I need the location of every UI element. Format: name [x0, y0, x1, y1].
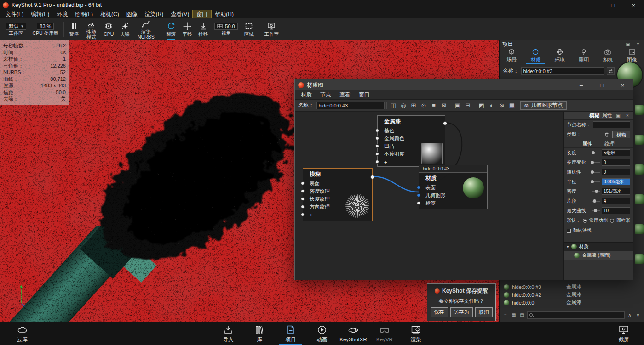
node-canvas[interactable]: 金属漆 基色 金属颜色 凹凸 不透明度 + 模糊 表面 密度纹理 长度纹理 方向… [295, 112, 564, 280]
material-thumbnail[interactable] [635, 105, 644, 115]
save-icon[interactable]: ◫ [389, 101, 398, 110]
tab-camera[interactable]: 相机 [596, 48, 620, 64]
slider[interactable] [592, 210, 600, 211]
material-thumbnail[interactable] [635, 224, 644, 234]
graph-menu-window[interactable]: 窗口 [355, 91, 374, 99]
dock-render-button[interactable]: 渲染 [400, 322, 431, 345]
material-list-item[interactable]: hide:0:0:0 #3 金属漆 [500, 283, 644, 291]
tab-environment[interactable]: 环境 [548, 48, 572, 64]
material-thumbnail[interactable] [635, 194, 644, 204]
dock-import-button[interactable]: 导入 [213, 322, 244, 345]
scroll-up-icon[interactable]: ∧ [627, 312, 633, 317]
output-port-dot[interactable] [443, 121, 447, 125]
graph-material-name-input[interactable] [316, 102, 385, 109]
cancel-button[interactable]: 取消 [475, 307, 493, 317]
param-input-selected[interactable] [602, 178, 630, 185]
node-name-input[interactable] [593, 121, 631, 128]
swap-material-button[interactable] [607, 67, 615, 75]
slider[interactable] [592, 172, 600, 173]
tab-textures[interactable]: 纹理 [604, 141, 615, 147]
maximize-button[interactable]: □ [603, 0, 623, 10]
output-port-dot[interactable] [370, 175, 374, 179]
performance-mode-button[interactable]: 性能模式 [82, 19, 100, 40]
param-input[interactable] [602, 198, 630, 204]
studio-button[interactable]: 工作室 [261, 19, 282, 40]
input-port-dot[interactable] [375, 129, 379, 132]
pin-icon[interactable]: ▣ [625, 42, 631, 47]
menu-environment[interactable]: 环境 [53, 10, 71, 18]
cpu-usage-selector[interactable]: 83 % CPU 使用量 [29, 19, 62, 40]
screenshot-button[interactable]: 截屏 [608, 322, 639, 345]
tumble-tool-button[interactable]: 翻滚 [163, 19, 179, 40]
tab-material[interactable]: 材质 [523, 48, 547, 64]
slider[interactable] [592, 153, 600, 153]
material-name-input[interactable] [521, 67, 605, 75]
radio-cylindrical[interactable] [610, 219, 614, 223]
port-metal-color[interactable]: 金属颜色 [378, 135, 445, 142]
menu-view[interactable]: 查看(V) [167, 10, 193, 18]
cpu-gpu-toggle-button[interactable]: CPU [100, 19, 117, 40]
input-port-dot[interactable] [301, 181, 305, 185]
graph-menu-node[interactable]: 节点 [316, 91, 335, 99]
workspace-selector[interactable]: 默认▾ 工作区 [3, 19, 29, 40]
close-button[interactable]: × [612, 80, 633, 90]
pause-button[interactable]: 暂停 [66, 19, 82, 40]
lock-icon[interactable]: ⊠ [439, 101, 449, 110]
detail-view-icon[interactable]: ▤ [519, 312, 525, 317]
tree-expand-icon[interactable]: ▾ [567, 244, 569, 249]
list-view-icon[interactable]: ≡ [502, 312, 509, 317]
material-thumbnail[interactable] [635, 254, 644, 264]
material-thumbnail[interactable] [635, 164, 644, 175]
port-label[interactable]: 标签 [419, 199, 487, 207]
focus-icon[interactable]: ⊙ [419, 101, 429, 110]
tree-item-metal-paint[interactable]: 金属漆 (表面) [564, 251, 633, 260]
region-render-button[interactable]: 区域 [241, 19, 257, 40]
render-nurbs-button[interactable]: 渲染NURBS [133, 19, 159, 40]
input-port-dot-connected[interactable] [417, 186, 420, 189]
delete-icon[interactable]: ⊟ [463, 101, 473, 110]
menu-help[interactable]: 帮助(H) [211, 10, 237, 18]
dock-animation-button[interactable]: 动画 [306, 322, 338, 345]
material-thumbnail[interactable] [635, 135, 644, 145]
material-list-item[interactable]: hide:0:0:0 #2 金属漆 [500, 291, 644, 299]
material-list-item[interactable]: hide:0:0:0 金属漆 [500, 299, 644, 306]
geometry-node-button[interactable]: ⊚ 几何图形节点 [520, 101, 567, 110]
param-input[interactable] [602, 207, 630, 214]
flag-icon[interactable]: ◩ [477, 101, 487, 110]
param-input[interactable] [602, 169, 630, 175]
pan-tool-button[interactable]: 平移 [179, 19, 195, 40]
menu-image[interactable]: 图像 [123, 10, 141, 18]
layout-icon[interactable]: ≡ [429, 101, 439, 110]
node-fuzz[interactable]: 模糊 表面 密度纹理 长度纹理 方向纹理 + [303, 168, 373, 221]
input-port-dot[interactable] [301, 213, 305, 216]
slider[interactable] [592, 191, 600, 192]
menu-lighting[interactable]: 照明(L) [71, 10, 97, 18]
param-input[interactable] [602, 159, 630, 166]
denoise-button[interactable]: 去噪 [117, 19, 133, 40]
pin-icon[interactable]: ▣ [615, 113, 621, 118]
scroll-down-icon[interactable]: ∨ [635, 312, 641, 317]
graph-menu-material[interactable]: 材质 [297, 91, 316, 99]
input-port-dot[interactable] [375, 136, 379, 140]
port-surface[interactable]: 表面 [303, 180, 372, 187]
add-node-icon[interactable]: ⊞ [409, 101, 419, 110]
menu-window[interactable]: 窗口 [193, 10, 211, 18]
compare-icon[interactable]: ◐ [487, 101, 497, 110]
menu-camera[interactable]: 相机(C) [97, 10, 123, 18]
tab-properties[interactable]: 属性 [581, 141, 593, 147]
input-port-dot[interactable] [375, 152, 379, 156]
param-input[interactable] [602, 188, 630, 195]
fov-selector[interactable]: 50.0 视角 [211, 19, 241, 40]
node-type-button[interactable]: 模糊 [612, 131, 630, 138]
input-port-dot[interactable] [375, 160, 379, 164]
menu-file[interactable]: 文件(F) [2, 10, 27, 18]
save-button[interactable]: 保存 [431, 307, 448, 317]
slider[interactable] [592, 181, 600, 182]
menu-render[interactable]: 渲染(R) [141, 10, 167, 18]
graph-menu-view[interactable]: 查看 [335, 91, 355, 99]
input-port-dot[interactable] [375, 144, 379, 148]
graph-title-bar[interactable]: 材质图 – □ × [295, 79, 633, 90]
save-as-button[interactable]: 另存为 [450, 307, 473, 317]
port-density-texture[interactable]: 密度纹理 [303, 187, 372, 195]
input-port-dot[interactable] [301, 205, 305, 209]
